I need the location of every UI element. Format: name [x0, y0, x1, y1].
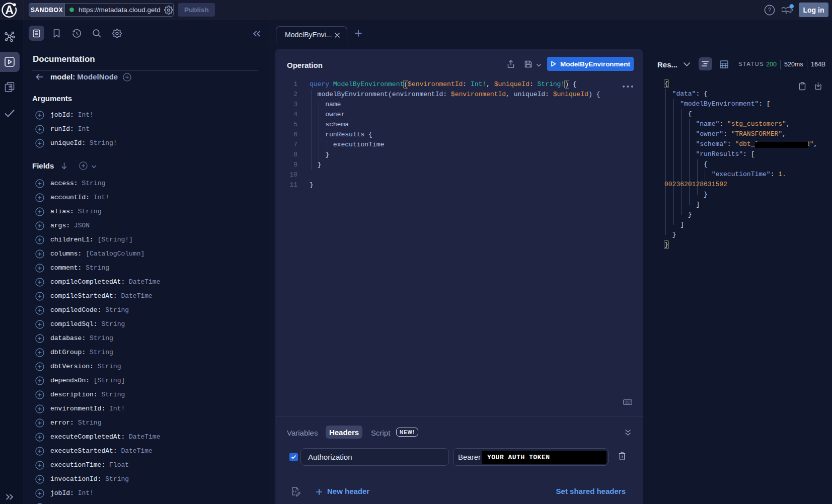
svg-text:A: A [5, 4, 14, 17]
svg-text:?: ? [768, 7, 772, 14]
